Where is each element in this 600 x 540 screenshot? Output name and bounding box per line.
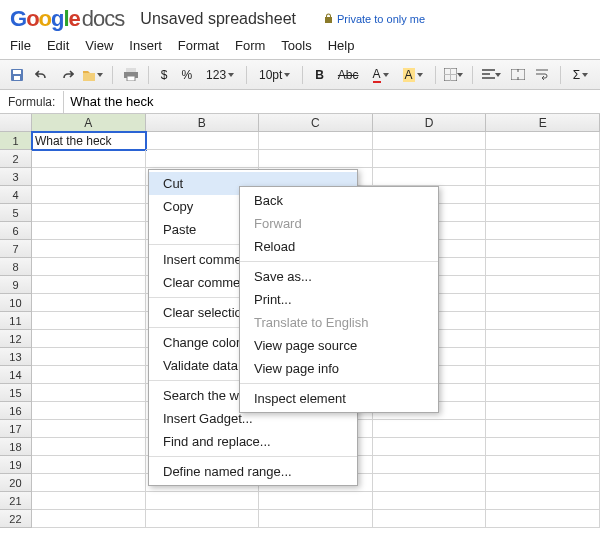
align-icon[interactable] — [481, 65, 502, 85]
cell[interactable] — [32, 402, 146, 420]
cell[interactable] — [486, 276, 600, 294]
col-header-b[interactable]: B — [146, 114, 260, 131]
text-color-button[interactable]: A — [369, 65, 393, 85]
cell[interactable] — [32, 438, 146, 456]
cell[interactable] — [259, 132, 373, 150]
folder-icon[interactable] — [82, 65, 104, 85]
cell[interactable] — [259, 492, 373, 510]
cell[interactable] — [259, 510, 373, 528]
functions-button[interactable]: Σ — [569, 66, 592, 84]
cell[interactable] — [32, 186, 146, 204]
bctx-print[interactable]: Print... — [240, 288, 438, 311]
cell[interactable] — [486, 348, 600, 366]
cell[interactable] — [373, 168, 487, 186]
cell[interactable] — [373, 456, 487, 474]
cell[interactable] — [146, 492, 260, 510]
cell[interactable] — [373, 150, 487, 168]
cell[interactable] — [486, 312, 600, 330]
row-header[interactable]: 2 — [0, 150, 32, 168]
row-header[interactable]: 5 — [0, 204, 32, 222]
formula-input[interactable] — [64, 91, 600, 112]
row-header[interactable]: 12 — [0, 330, 32, 348]
bctx-view-source[interactable]: View page source — [240, 334, 438, 357]
privacy-link[interactable]: Private to only me — [337, 13, 425, 25]
cell[interactable] — [486, 384, 600, 402]
menu-format[interactable]: Format — [178, 38, 219, 53]
cell[interactable] — [486, 186, 600, 204]
print-icon[interactable] — [121, 65, 140, 85]
col-header-e[interactable]: E — [486, 114, 600, 131]
col-header-d[interactable]: D — [373, 114, 487, 131]
menu-form[interactable]: Form — [235, 38, 265, 53]
row-header[interactable]: 22 — [0, 510, 32, 528]
cell[interactable] — [32, 258, 146, 276]
cell[interactable] — [486, 150, 600, 168]
cell[interactable] — [32, 474, 146, 492]
row-header[interactable]: 4 — [0, 186, 32, 204]
cell[interactable] — [486, 510, 600, 528]
cell[interactable] — [373, 474, 487, 492]
cell[interactable] — [32, 492, 146, 510]
menu-edit[interactable]: Edit — [47, 38, 69, 53]
row-header[interactable]: 8 — [0, 258, 32, 276]
col-header-c[interactable]: C — [259, 114, 373, 131]
menu-help[interactable]: Help — [328, 38, 355, 53]
menu-file[interactable]: File — [10, 38, 31, 53]
row-header[interactable]: 10 — [0, 294, 32, 312]
row-header[interactable]: 14 — [0, 366, 32, 384]
cell[interactable] — [32, 240, 146, 258]
cell[interactable] — [32, 330, 146, 348]
redo-icon[interactable] — [58, 65, 77, 85]
row-header[interactable]: 9 — [0, 276, 32, 294]
cell[interactable] — [146, 132, 260, 150]
wrap-icon[interactable] — [533, 65, 552, 85]
merge-icon[interactable] — [508, 65, 527, 85]
cell[interactable] — [486, 132, 600, 150]
fill-color-button[interactable]: A — [399, 66, 427, 84]
cell[interactable] — [486, 474, 600, 492]
cell[interactable] — [146, 510, 260, 528]
cell[interactable] — [32, 456, 146, 474]
ctx-find-replace[interactable]: Find and replace... — [149, 430, 357, 453]
cell[interactable]: What the heck — [32, 132, 146, 150]
cell[interactable] — [32, 420, 146, 438]
row-header[interactable]: 6 — [0, 222, 32, 240]
row-header[interactable]: 20 — [0, 474, 32, 492]
cell[interactable] — [32, 312, 146, 330]
row-header[interactable]: 3 — [0, 168, 32, 186]
cell[interactable] — [32, 294, 146, 312]
cell[interactable] — [32, 384, 146, 402]
font-size[interactable]: 10pt — [255, 66, 294, 84]
doc-title[interactable]: Unsaved spreadsheet — [140, 10, 296, 28]
cell[interactable] — [32, 150, 146, 168]
cell[interactable] — [146, 150, 260, 168]
cell[interactable] — [32, 348, 146, 366]
row-header[interactable]: 13 — [0, 348, 32, 366]
bold-button[interactable]: B — [311, 66, 328, 84]
cell[interactable] — [373, 132, 487, 150]
cell[interactable] — [486, 402, 600, 420]
row-header[interactable]: 17 — [0, 420, 32, 438]
row-header[interactable]: 15 — [0, 384, 32, 402]
cell[interactable] — [486, 492, 600, 510]
row-header[interactable]: 1 — [0, 132, 32, 150]
ctx-define-range[interactable]: Define named range... — [149, 460, 357, 483]
format-currency[interactable]: $ — [157, 66, 172, 84]
cell[interactable] — [32, 366, 146, 384]
col-header-a[interactable]: A — [32, 114, 146, 131]
cell[interactable] — [32, 510, 146, 528]
save-icon[interactable] — [8, 65, 27, 85]
format-percent[interactable]: % — [177, 66, 196, 84]
cell[interactable] — [32, 168, 146, 186]
bctx-save-as[interactable]: Save as... — [240, 265, 438, 288]
bctx-inspect[interactable]: Inspect element — [240, 387, 438, 410]
strikethrough-button[interactable]: Abc — [334, 66, 363, 84]
cell[interactable] — [373, 420, 487, 438]
menu-insert[interactable]: Insert — [129, 38, 162, 53]
cell[interactable] — [486, 222, 600, 240]
format-more[interactable]: 123 — [202, 66, 238, 84]
cell[interactable] — [486, 294, 600, 312]
row-header[interactable]: 21 — [0, 492, 32, 510]
cell[interactable] — [486, 168, 600, 186]
cell[interactable] — [486, 240, 600, 258]
